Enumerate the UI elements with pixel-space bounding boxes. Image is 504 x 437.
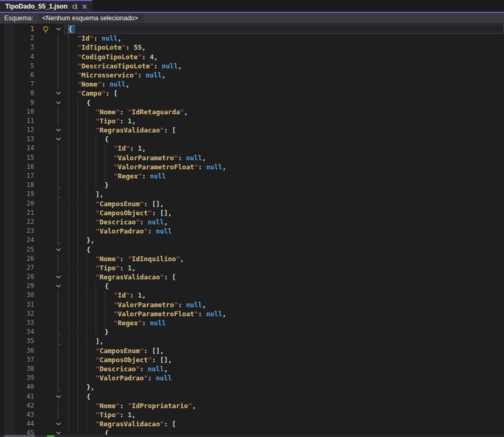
code-text[interactable]: }	[64, 181, 504, 190]
breakpoint-margin[interactable]	[4, 346, 15, 355]
line-number[interactable]: 35	[15, 337, 38, 346]
line-number[interactable]: 3	[15, 43, 38, 52]
chevron-down-icon[interactable]	[52, 392, 64, 401]
breakpoint-margin[interactable]	[4, 401, 15, 410]
code-text[interactable]: "ValorParametroFloat": null,	[64, 309, 504, 318]
code-line[interactable]: 13{	[0, 135, 504, 144]
code-text[interactable]: ],	[64, 190, 504, 199]
code-line[interactable]: 38"Descricao": null,	[0, 364, 504, 373]
breakpoint-margin[interactable]	[4, 144, 15, 153]
line-number[interactable]: 30	[15, 291, 38, 300]
breakpoint-margin[interactable]	[4, 181, 15, 190]
code-text[interactable]: "ValorParametro": null,	[64, 300, 504, 309]
line-number[interactable]: 17	[15, 171, 38, 181]
code-line[interactable]: 29{	[0, 282, 504, 291]
code-text[interactable]: "CamposObject": [],	[64, 355, 504, 364]
code-editor[interactable]: 1{2"Id": null,3"IdTipoLote": 55,4"Codigo…	[0, 25, 504, 437]
code-line[interactable]: 42"Nome": "IdProprietario",	[0, 401, 504, 410]
chevron-down-icon[interactable]	[52, 25, 64, 34]
breakpoint-margin[interactable]	[4, 71, 15, 80]
code-line[interactable]: 8"Campo": [	[0, 89, 504, 98]
code-text[interactable]: "Regex": null	[64, 318, 504, 327]
code-text[interactable]: "RegrasValidacao": [	[64, 419, 504, 428]
code-line[interactable]: 34}	[0, 327, 504, 337]
breakpoint-margin[interactable]	[4, 392, 15, 401]
line-number[interactable]: 33	[15, 318, 38, 327]
breakpoint-margin[interactable]	[4, 52, 15, 61]
breakpoint-margin[interactable]	[4, 364, 15, 373]
breakpoint-margin[interactable]	[4, 190, 15, 199]
code-text[interactable]: "CamposEnum": [],	[64, 346, 504, 355]
code-text[interactable]: "ValorParametroFloat": null,	[64, 162, 504, 171]
code-line[interactable]: 27"Tipo": 1,	[0, 263, 504, 272]
code-line[interactable]: 26"Nome": "IdInquilino",	[0, 254, 504, 263]
code-text[interactable]: "CamposObject": [],	[64, 208, 504, 217]
breakpoint-margin[interactable]	[4, 337, 15, 346]
code-line[interactable]: 17"Regex": null	[0, 171, 504, 181]
breakpoint-margin[interactable]	[4, 318, 15, 327]
code-line[interactable]: 25{	[0, 245, 504, 254]
code-line[interactable]: 32"ValorParametroFloat": null,	[0, 309, 504, 318]
code-line[interactable]: 44"RegrasValidacao": [	[0, 419, 504, 428]
chevron-down-icon[interactable]	[52, 98, 64, 107]
code-line[interactable]: 20"CamposEnum": [],	[0, 199, 504, 208]
code-text[interactable]: "Descricao": null,	[64, 217, 504, 227]
line-number[interactable]: 21	[15, 208, 38, 217]
breakpoint-margin[interactable]	[4, 419, 15, 428]
breakpoint-margin[interactable]	[4, 236, 15, 245]
breakpoint-margin[interactable]	[4, 89, 15, 98]
code-line[interactable]: 24},	[0, 236, 504, 245]
code-text[interactable]: "Tipo": 1,	[64, 410, 504, 419]
code-text[interactable]: "RegrasValidacao": [	[64, 272, 504, 282]
code-line[interactable]: 43"Tipo": 1,	[0, 410, 504, 419]
code-text[interactable]: "ValorPadrao": null	[64, 227, 504, 236]
code-line[interactable]: 14"Id": 1,	[0, 144, 504, 153]
breakpoint-margin[interactable]	[4, 291, 15, 300]
line-number[interactable]: 19	[15, 190, 38, 199]
line-number[interactable]: 34	[15, 327, 38, 337]
breakpoint-margin[interactable]	[4, 171, 15, 181]
breakpoint-margin[interactable]	[4, 254, 15, 263]
code-text[interactable]: "DescricaoTipoLote": null,	[64, 61, 504, 71]
line-number[interactable]: 29	[15, 282, 38, 291]
line-number[interactable]: 22	[15, 217, 38, 227]
line-number[interactable]: 8	[15, 89, 38, 98]
code-text[interactable]: {	[64, 282, 504, 291]
code-line[interactable]: 40},	[0, 383, 504, 392]
code-text[interactable]: {	[64, 135, 504, 144]
code-text[interactable]: },	[64, 383, 504, 392]
chevron-down-icon[interactable]	[52, 419, 64, 428]
code-line[interactable]: 19],	[0, 190, 504, 199]
h-scrollbar[interactable]	[0, 435, 504, 437]
line-number[interactable]: 36	[15, 346, 38, 355]
breakpoint-margin[interactable]	[4, 162, 15, 171]
breakpoint-margin[interactable]	[4, 25, 15, 34]
code-text[interactable]: {	[64, 392, 504, 401]
line-number[interactable]: 43	[15, 410, 38, 419]
line-number[interactable]: 2	[15, 34, 38, 43]
code-line[interactable]: 12"RegrasValidacao": [	[0, 126, 504, 135]
code-text[interactable]: "ValorParametro": null,	[64, 153, 504, 162]
breakpoint-margin[interactable]	[4, 410, 15, 419]
code-text[interactable]: "Nome": "IdProprietario",	[64, 401, 504, 410]
schema-combobox[interactable]: <Nenhum esquema selecionado>	[38, 14, 143, 23]
line-number[interactable]: 31	[15, 300, 38, 309]
line-number[interactable]: 10	[15, 107, 38, 116]
code-text[interactable]: "Nome": "IdRetaguarda",	[64, 107, 504, 116]
code-line[interactable]: 39"ValorPadrao": null	[0, 373, 504, 383]
breakpoint-margin[interactable]	[4, 80, 15, 89]
code-text[interactable]: "Descricao": null,	[64, 364, 504, 373]
line-number[interactable]: 18	[15, 181, 38, 190]
code-line[interactable]: 15"ValorParametro": null,	[0, 153, 504, 162]
line-number[interactable]: 11	[15, 116, 38, 126]
code-line[interactable]: 23"ValorPadrao": null	[0, 227, 504, 236]
pin-icon[interactable]	[71, 3, 78, 10]
line-number[interactable]: 39	[15, 373, 38, 383]
code-text[interactable]: },	[64, 236, 504, 245]
code-line[interactable]: 7"Nome": null,	[0, 80, 504, 89]
code-text[interactable]: "Campo": [	[64, 89, 504, 98]
breakpoint-margin[interactable]	[4, 107, 15, 116]
line-number[interactable]: 27	[15, 263, 38, 272]
code-text[interactable]: "Tipo": 1,	[64, 263, 504, 272]
line-number[interactable]: 26	[15, 254, 38, 263]
